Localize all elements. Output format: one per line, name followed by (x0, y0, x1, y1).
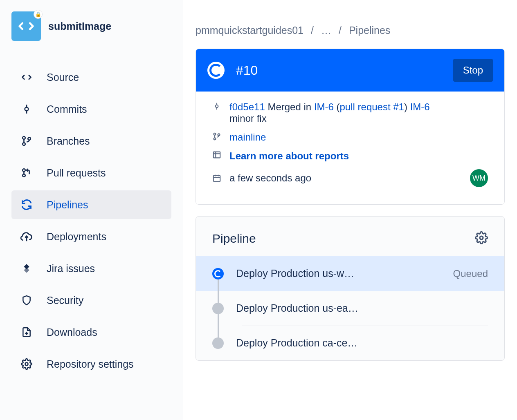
sidebar-item-branches[interactable]: Branches (11, 127, 171, 155)
svg-point-10 (25, 363, 28, 366)
pipeline-steps-card: Pipeline Deploy Production us-w… Queued … (196, 216, 505, 361)
branch-row: mainline (212, 132, 488, 143)
pipeline-number: #10 (236, 63, 442, 78)
sidebar-item-label: Security (47, 295, 83, 306)
pull-request-link[interactable]: pull request #1 (340, 101, 404, 112)
breadcrumb-root[interactable]: pmmquickstartguides01 (196, 25, 303, 36)
step-label: Deploy Production ca-ce… (236, 337, 476, 349)
commit-row: f0d5e11 Merged in IM-6 (pull request #1)… (212, 101, 488, 124)
sidebar-item-label: Branches (47, 135, 90, 147)
breadcrumb-mid[interactable]: … (321, 25, 331, 36)
pipeline-summary-card: #10 Stop f0d5e11 Merged in IM-6 (pull re… (196, 49, 505, 205)
svg-rect-17 (214, 152, 220, 158)
repo-header: 🔒 submitImage (11, 11, 171, 41)
branch-link[interactable]: mainline (229, 132, 266, 143)
repo-name[interactable]: submitImage (48, 20, 111, 32)
jira-icon (20, 262, 33, 275)
commit-icon (212, 102, 221, 110)
sidebar-item-label: Jira issues (47, 263, 95, 275)
pipeline-step[interactable]: Deploy Production ca-ce… (196, 326, 504, 360)
svg-point-15 (214, 138, 216, 140)
pipeline-step[interactable]: Deploy Production us-w… Queued (196, 256, 504, 291)
stop-button[interactable]: Stop (453, 59, 493, 82)
calendar-icon (212, 174, 221, 183)
pr-open: ( (337, 101, 340, 112)
step-label: Deploy Production us-w… (236, 268, 441, 279)
branch-icon (20, 135, 33, 147)
sidebar-item-pipelines[interactable]: Pipelines (11, 190, 171, 219)
pr-close: ) (404, 101, 407, 112)
sidebar-item-source[interactable]: Source (11, 63, 171, 92)
step-status-running-icon (212, 268, 224, 279)
sidebar-item-jira-issues[interactable]: Jira issues (11, 254, 171, 283)
sidebar-item-repository-settings[interactable]: Repository settings (11, 350, 171, 378)
time-row: a few seconds ago WM (212, 169, 488, 187)
running-status-icon (207, 62, 225, 79)
shield-icon (20, 294, 33, 306)
pipeline-step[interactable]: Deploy Production us-ea… (196, 291, 504, 326)
sidebar-item-security[interactable]: Security (11, 286, 171, 315)
commit-text: f0d5e11 Merged in IM-6 (pull request #1)… (229, 101, 430, 124)
repo-icon: 🔒 (11, 11, 41, 41)
commit-hash-link[interactable]: f0d5e11 (229, 101, 265, 112)
download-icon (20, 326, 33, 338)
steps-title: Pipeline (212, 232, 256, 246)
commit-icon (20, 103, 33, 115)
pipelines-icon (20, 199, 33, 211)
pull-request-icon (20, 167, 33, 179)
code-icon (20, 71, 33, 83)
report-icon (212, 150, 221, 159)
sidebar-item-label: Downloads (47, 326, 97, 338)
svg-point-14 (214, 133, 216, 135)
sidebar-item-label: Deployments (47, 231, 106, 243)
sidebar-item-pull-requests[interactable]: Pull requests (11, 159, 171, 187)
svg-point-11 (216, 105, 218, 108)
reports-row: Learn more about reports (212, 150, 488, 162)
svg-rect-20 (214, 176, 220, 182)
sidebar-item-deployments[interactable]: Deployments (11, 222, 171, 251)
nav-list: Source Commits Branches Pull requests Pi… (11, 63, 171, 378)
sidebar-item-commits[interactable]: Commits (11, 95, 171, 123)
main: pmmquickstartguides01 / … / Pipelines #1… (183, 0, 517, 420)
code-icon (17, 17, 35, 35)
avatar[interactable]: WM (470, 169, 488, 187)
step-status-pending-icon (212, 337, 224, 349)
svg-point-0 (25, 107, 29, 111)
breadcrumb-separator: / (311, 25, 314, 36)
time-text: a few seconds ago (229, 172, 311, 184)
steps-list: Deploy Production us-w… Queued Deploy Pr… (196, 256, 504, 360)
cloud-upload-icon (20, 230, 33, 243)
gear-icon (20, 358, 33, 370)
svg-point-6 (22, 169, 25, 172)
breadcrumb-separator: / (339, 25, 342, 36)
branch-icon (212, 132, 221, 141)
svg-point-5 (28, 137, 31, 140)
gear-icon (475, 231, 488, 244)
svg-point-16 (218, 134, 220, 136)
commit-message-suffix: minor fix (229, 113, 267, 124)
step-status-pending-icon (212, 303, 224, 314)
reports-link[interactable]: Learn more about reports (229, 150, 349, 162)
merge-prefix: Merged in (267, 101, 311, 112)
pipeline-header: #10 Stop (196, 49, 504, 92)
sidebar-item-label: Source (47, 71, 79, 83)
svg-point-4 (22, 143, 25, 145)
svg-point-7 (22, 174, 25, 177)
steps-header: Pipeline (196, 217, 504, 256)
breadcrumb-leaf[interactable]: Pipelines (349, 25, 390, 36)
issue-link-1[interactable]: IM-6 (314, 101, 334, 112)
sidebar-item-downloads[interactable]: Downloads (11, 318, 171, 346)
breadcrumb: pmmquickstartguides01 / … / Pipelines (196, 0, 505, 49)
sidebar-item-label: Commits (47, 103, 87, 115)
sidebar-item-label: Pipelines (47, 199, 88, 211)
sidebar-item-label: Repository settings (47, 358, 134, 370)
issue-link-2[interactable]: IM-6 (410, 101, 430, 112)
step-status-text: Queued (453, 268, 488, 279)
sidebar-item-label: Pull requests (47, 167, 106, 179)
step-label: Deploy Production us-ea… (236, 302, 476, 314)
pipeline-body: f0d5e11 Merged in IM-6 (pull request #1)… (196, 92, 504, 204)
svg-point-3 (22, 136, 25, 139)
svg-point-24 (480, 236, 483, 239)
lock-icon: 🔒 (34, 10, 43, 19)
pipeline-settings-button[interactable] (475, 231, 488, 246)
